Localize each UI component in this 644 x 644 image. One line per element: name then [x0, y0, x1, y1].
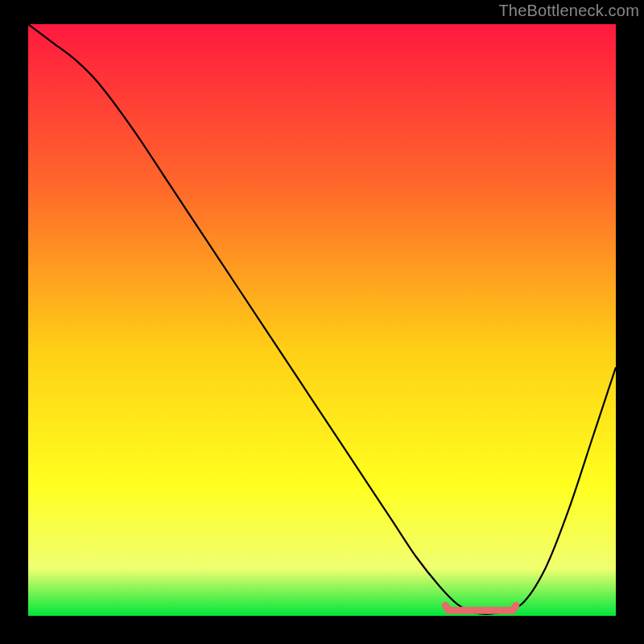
chart-plot-area — [28, 24, 616, 616]
bottleneck-chart — [28, 24, 616, 616]
attribution-text: TheBottleneck.com — [498, 2, 639, 20]
gradient-background — [28, 24, 616, 616]
